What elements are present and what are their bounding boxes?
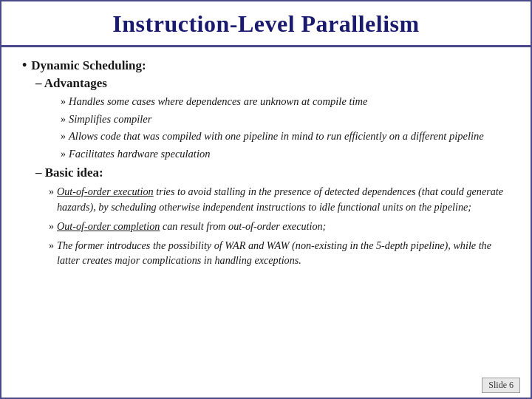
ooo-completion-term: Out-of-order completion: [57, 220, 160, 232]
advantage-3: » Allows code that was compiled with one…: [61, 129, 510, 144]
advantage-2: » Simplifies compiler: [61, 112, 510, 127]
basic-bullet-2-text: can result from out-of-order execution;: [163, 220, 326, 232]
slide-footer: Slide 6: [482, 378, 520, 393]
basic-bullet-2: » Out-of-order completion can result fro…: [49, 219, 510, 234]
basic-bullet-3: » The former introduces the possibility …: [49, 238, 510, 268]
advantage-4: » Facilitates hardware speculation: [61, 146, 510, 162]
bullet-dot: •: [22, 58, 27, 73]
basic-bullet-3-text: The former introduces the possibility of…: [57, 238, 510, 268]
slide-body: • Dynamic Scheduling: – Advantages » Han…: [1, 47, 531, 398]
main-bullet: • Dynamic Scheduling:: [22, 58, 510, 73]
slide-header: Instruction-Level Parallelism: [1, 1, 531, 47]
arrow-icon-2: »: [61, 112, 66, 127]
arrow-icon-1: »: [61, 95, 66, 109]
main-bullet-text: Dynamic Scheduling:: [31, 58, 146, 73]
basic-idea-label: – Basic idea:: [35, 166, 510, 180]
ooo-execution-term: Out-of-order execution: [57, 185, 154, 197]
arrow-icon-7: »: [49, 239, 54, 253]
arrow-icon-5: »: [49, 185, 54, 200]
arrow-icon-6: »: [49, 219, 54, 234]
slide-title: Instruction-Level Parallelism: [16, 10, 516, 38]
advantage-1: » Handles some cases where dependences a…: [61, 94, 510, 109]
arrow-icon-3: »: [61, 129, 66, 144]
advantages-label: – Advantages: [35, 76, 510, 91]
basic-bullet-1: » Out-of-order execution tries to avoid …: [49, 184, 510, 214]
arrow-icon-4: »: [61, 147, 66, 162]
slide-container: Instruction-Level Parallelism • Dynamic …: [0, 0, 532, 399]
